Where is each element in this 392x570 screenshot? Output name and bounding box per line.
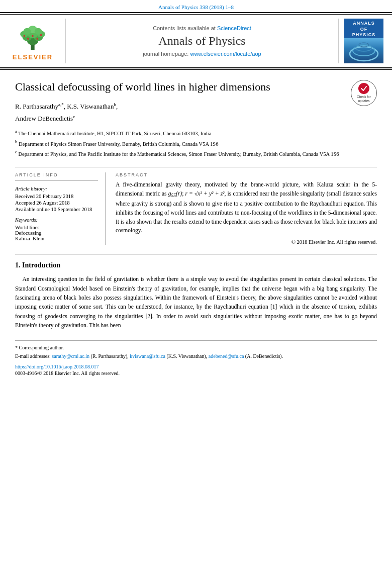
doi-line: https://doi.org/10.1016/j.aop.2018.08.01… bbox=[15, 364, 377, 369]
received-date: Received 20 February 2018 bbox=[15, 194, 98, 199]
keyword-1: World lines bbox=[15, 225, 98, 230]
top-border-thick bbox=[0, 12, 392, 13]
introduction-title: 1. Introduction bbox=[15, 261, 377, 269]
article-body: Classical defocussing of world lines in … bbox=[0, 80, 392, 376]
header-divider-thick bbox=[0, 67, 392, 68]
section-divider bbox=[15, 254, 377, 254]
affil-a: a The Chennai Mathematical Institute, H1… bbox=[15, 128, 377, 137]
article-info-col: ARTICLE INFO Article history: Received 2… bbox=[15, 172, 106, 245]
available-date: Available online 10 September 2018 bbox=[15, 207, 98, 212]
email-line: E-mail addresses: sarathy@cmi.ac.in (R. … bbox=[15, 352, 377, 360]
doi-link[interactable]: https://doi.org/10.1016/j.aop.2018.08.01… bbox=[15, 364, 99, 369]
info-divider bbox=[15, 180, 98, 181]
sciencedirect-link[interactable]: ScienceDirect bbox=[217, 25, 251, 31]
homepage-link[interactable]: www.elsevier.com/locate/aop bbox=[190, 51, 261, 57]
svg-point-12 bbox=[32, 35, 34, 37]
email-1-link[interactable]: sarathy@cmi.ac.in bbox=[52, 353, 89, 359]
author-2: K.S. Viswanathanb bbox=[67, 103, 116, 110]
keywords-heading: Keywords: bbox=[15, 217, 98, 223]
affiliations: a The Chennai Mathematical Institute, H1… bbox=[15, 128, 377, 158]
footnote-divider bbox=[15, 340, 377, 341]
contents-line: Contents lists available at ScienceDirec… bbox=[153, 25, 251, 31]
affil-b: b Department of Physics Simon Fraser Uni… bbox=[15, 139, 377, 148]
svg-point-8 bbox=[24, 28, 31, 35]
badge-text: ANNALS OF PHYSICS bbox=[344, 19, 383, 38]
article-info-heading: ARTICLE INFO bbox=[15, 172, 98, 177]
elsevier-logo: ELSEVIER bbox=[5, 19, 60, 63]
footnote-block: * Corresponding author. E-mail addresses… bbox=[15, 344, 377, 360]
header-area: ELSEVIER Contents lists available at Sci… bbox=[0, 15, 392, 67]
svg-point-14 bbox=[40, 34, 42, 36]
email-2-link[interactable]: kviswana@sfu.ca bbox=[130, 353, 165, 359]
page: Annals of Physics 398 (2018) 1–8 bbox=[0, 0, 392, 570]
introduction-paragraph: An interesting question in the field of … bbox=[15, 274, 377, 330]
author-3: Andrew DeBenedictisc bbox=[15, 115, 75, 122]
svg-point-11 bbox=[36, 38, 38, 40]
corresponding-note: * Corresponding author. bbox=[15, 344, 377, 351]
journal-title: Annals of Physics bbox=[158, 34, 245, 48]
svg-point-13 bbox=[24, 35, 26, 37]
authors-line: R. Parthasarathya,*, K.S. Viswanathanb, bbox=[15, 102, 377, 112]
abstract-heading: ABSTRACT bbox=[116, 172, 377, 177]
badge-image bbox=[344, 38, 383, 63]
accepted-date: Accepted 26 August 2018 bbox=[15, 200, 98, 206]
info-abstract-section: ARTICLE INFO Article history: Received 2… bbox=[15, 167, 377, 245]
check-icon bbox=[358, 83, 369, 94]
email-3-link[interactable]: adebened@sfu.ca bbox=[209, 353, 244, 359]
elsevier-tree-icon bbox=[13, 21, 53, 51]
annals-badge: ANNALS OF PHYSICS bbox=[344, 19, 384, 63]
svg-point-10 bbox=[27, 38, 29, 40]
affil-c: c Department of Physics, and The Pacific… bbox=[15, 149, 377, 158]
math-r: r = √x² + y² + z² bbox=[185, 191, 224, 197]
journal-link[interactable]: Annals of Physics 398 (2018) 1–8 bbox=[158, 4, 234, 10]
article-title: Classical defocussing of world lines in … bbox=[15, 80, 377, 94]
header-center: Contents lists available at ScienceDirec… bbox=[65, 19, 339, 63]
check-label: Check for updates bbox=[351, 95, 376, 103]
keyword-2: Defocussing bbox=[15, 230, 98, 236]
author-1: R. Parthasarathya,* bbox=[15, 103, 64, 110]
svg-point-9 bbox=[35, 28, 42, 35]
homepage-line: journal homepage: www.elsevier.com/locat… bbox=[143, 51, 261, 57]
authors-line-2: Andrew DeBenedictisc bbox=[15, 113, 377, 123]
journal-citation: Annals of Physics 398 (2018) 1–8 bbox=[0, 0, 392, 12]
elsevier-wordmark: ELSEVIER bbox=[13, 53, 53, 61]
copyright: © 2018 Elsevier Inc. All rights reserved… bbox=[116, 239, 377, 245]
header-divider-thin bbox=[0, 69, 392, 70]
check-updates-badge: Check for updates bbox=[351, 80, 377, 106]
abstract-col: ABSTRACT A five-dimensional gravity theo… bbox=[116, 172, 377, 245]
history-heading: Article history: bbox=[15, 186, 98, 192]
math-g55: g55(r) bbox=[168, 191, 182, 197]
issn-line: 0003-4916/© 2018 Elsevier Inc. All right… bbox=[15, 370, 377, 376]
keyword-3: Kaluza–Klein bbox=[15, 236, 98, 241]
abstract-text: A five-dimensional gravity theory, motiv… bbox=[116, 180, 377, 235]
